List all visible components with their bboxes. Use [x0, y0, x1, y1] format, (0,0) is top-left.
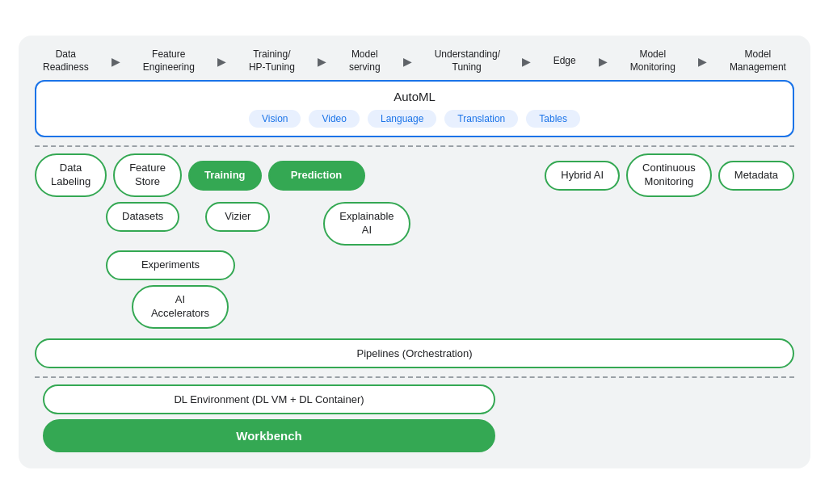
pipeline-row: Data Readiness ▶ Feature Engineering ▶ T… — [35, 48, 794, 74]
pill-metadata: Metadata — [718, 161, 794, 191]
automl-chip-translation: Translation — [444, 110, 518, 128]
pipeline-step-edge: Edge — [553, 55, 576, 68]
pipeline-step-training: Training/ HP-Tuning — [249, 48, 295, 74]
pill-hybrid-ai: Hybrid AI — [545, 161, 620, 191]
pill-prediction: Prediction — [268, 161, 365, 191]
arrow-2: ▶ — [217, 55, 226, 68]
row-3: Experiments — [106, 250, 794, 280]
automl-chip-language: Language — [368, 110, 436, 128]
pill-continuous-monitoring: Continuous Monitoring — [626, 153, 712, 197]
pill-explainable-ai: Explainable AI — [323, 202, 410, 246]
pill-ai-accelerators: AI Accelerators — [132, 285, 229, 329]
pipelines-bar: Pipelines (Orchestration) — [35, 338, 794, 368]
pipeline-step-model-monitoring: Model Monitoring — [630, 48, 675, 74]
col-datasets: Datasets — [106, 202, 179, 232]
pipeline-step-model-management: Model Management — [730, 48, 786, 74]
arrow-4: ▶ — [403, 55, 412, 68]
pipeline-step-data-readiness: Data Readiness — [43, 48, 89, 74]
main-pills-row: Data Labeling Feature Store Training Pre… — [35, 153, 794, 197]
dashed-divider-2 — [35, 376, 794, 378]
arrow-5: ▶ — [522, 55, 531, 68]
arrow-6: ▶ — [599, 55, 608, 68]
col-vizier: Vizier — [205, 202, 270, 232]
row-2: Datasets Vizier Explainable AI — [35, 202, 794, 246]
pill-feature-store: Feature Store — [113, 153, 182, 197]
main-diagram: Data Readiness ▶ Feature Engineering ▶ T… — [19, 36, 810, 468]
middle-section: Data Labeling Feature Store Training Pre… — [35, 153, 794, 368]
workbench-bar: Workbench — [43, 419, 495, 452]
automl-section: AutoML Vision Video Language Translation… — [35, 80, 794, 137]
pipeline-step-model-serving: Model serving — [349, 48, 381, 74]
pill-experiments: Experiments — [106, 250, 235, 280]
dl-env-bar: DL Environment (DL VM + DL Container) — [43, 384, 495, 414]
arrow-1: ▶ — [112, 55, 120, 68]
col-explainable: Explainable AI — [323, 202, 410, 246]
pill-vizier: Vizier — [205, 202, 270, 232]
pipeline-step-understanding: Understanding/ Tuning — [435, 48, 499, 74]
automl-chip-vision: Vision — [249, 110, 301, 128]
automl-chips: Vision Video Language Translation Tables — [48, 110, 781, 128]
automl-chip-tables: Tables — [526, 110, 580, 128]
automl-chip-video: Video — [309, 110, 359, 128]
arrow-3: ▶ — [318, 55, 326, 68]
automl-title: AutoML — [48, 90, 781, 103]
pill-data-labeling: Data Labeling — [35, 153, 107, 197]
arrow-7: ▶ — [698, 55, 707, 68]
bottom-section: DL Environment (DL VM + DL Container) Wo… — [35, 384, 794, 452]
pill-training: Training — [188, 161, 262, 191]
dashed-divider-1 — [35, 145, 794, 147]
pipeline-step-feature-engineering: Feature Engineering — [143, 48, 195, 74]
pill-datasets: Datasets — [106, 202, 179, 232]
row-4: AI Accelerators — [132, 285, 794, 329]
